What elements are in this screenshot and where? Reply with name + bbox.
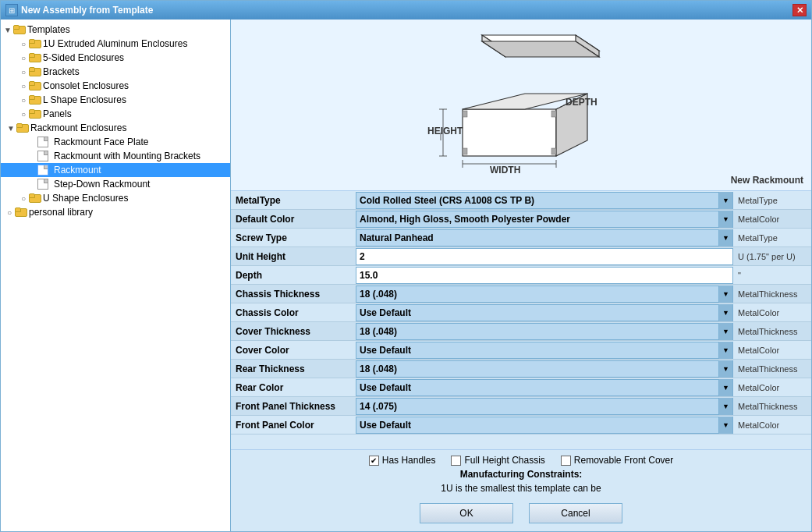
tree-item-panels[interactable]: ○ Panels — [1, 107, 230, 121]
rear-color-dropdown-arrow[interactable]: ▼ — [718, 379, 732, 396]
cancel-button[interactable]: Cancel — [529, 503, 622, 523]
field-control-cover-color: Use Default ▼ — [356, 342, 733, 359]
rear-color-value: Use Default — [356, 381, 718, 395]
field-unit-default-color: MetalColor — [733, 213, 811, 225]
removable-front-cover-checkbox-item[interactable]: Removable Front Cover — [561, 455, 673, 466]
tree-item-personal-library[interactable]: ○ personal library — [1, 205, 230, 219]
field-unit-screw-type: MetalType — [733, 232, 811, 244]
chassis-color-select[interactable]: Use Default ▼ — [356, 304, 733, 321]
cover-color-select[interactable]: Use Default ▼ — [356, 342, 733, 359]
chassis-thickness-dropdown-arrow[interactable]: ▼ — [718, 286, 732, 303]
full-height-chassis-checkbox[interactable] — [451, 456, 461, 466]
tree-item-label: Templates — [27, 24, 70, 35]
field-control-depth — [356, 267, 733, 284]
file-icon — [37, 179, 49, 190]
screw-type-dropdown-arrow[interactable]: ▼ — [718, 229, 732, 246]
cover-thickness-dropdown-arrow[interactable]: ▼ — [718, 323, 732, 340]
tree-item-label: Panels — [43, 108, 72, 119]
title-bar-left: ⊞ New Assembly from Template — [5, 4, 153, 16]
field-label-unit-height: Unit Height — [231, 249, 356, 264]
tree-item-brackets[interactable]: ○ Brackets — [1, 65, 230, 79]
field-unit-front-panel-thickness: MetalThickness — [733, 400, 811, 413]
tree-item-templates-root[interactable]: ▼ Templates — [1, 23, 230, 37]
tree-item-rackmount-mounting-brackets[interactable]: Rackmount with Mounting Brackets — [1, 149, 230, 163]
folder-icon — [29, 108, 41, 119]
depth-input[interactable] — [356, 267, 733, 284]
tree-item-label: Rackmount — [51, 165, 101, 176]
tree-item-consolet[interactable]: ○ Consolet Enclosures — [1, 79, 230, 93]
close-button[interactable]: ✕ — [792, 4, 807, 16]
default-color-dropdown-arrow[interactable]: ▼ — [718, 211, 732, 228]
file-icon — [37, 165, 49, 176]
metal-type-value: Cold Rolled Steel (CRS A1008 CS TP B) — [356, 193, 718, 207]
rear-thickness-value: 18 (.048) — [356, 362, 718, 376]
preview-label: New Rackmount — [731, 175, 803, 186]
front-panel-thickness-select[interactable]: 14 (.075) ▼ — [356, 398, 733, 415]
folder-icon — [29, 80, 41, 91]
field-unit-metal-type: MetalType — [733, 194, 811, 207]
field-label-screw-type: Screw Type — [231, 230, 356, 246]
tree-item-1u-extruded[interactable]: ○ 1U Extruded Aluminum Enclosures — [1, 37, 230, 51]
expand-icon: ▼ — [5, 122, 16, 133]
tree-item-l-shape[interactable]: ○ L Shape Enclosures — [1, 93, 230, 107]
ok-button[interactable]: OK — [420, 503, 513, 523]
cover-color-dropdown-arrow[interactable]: ▼ — [718, 342, 732, 359]
front-panel-color-value: Use Default — [356, 418, 718, 432]
expand-icon: ○ — [4, 207, 15, 218]
front-panel-color-select[interactable]: Use Default ▼ — [356, 417, 733, 434]
tree-item-rackmount[interactable]: Rackmount — [1, 163, 230, 177]
full-height-chassis-checkbox-item[interactable]: Full Height Chassis — [451, 455, 544, 466]
expand-icon: ○ — [18, 38, 29, 49]
folder-icon — [29, 66, 41, 77]
expand-icon: ○ — [18, 80, 29, 91]
chassis-color-dropdown-arrow[interactable]: ▼ — [718, 304, 732, 321]
front-panel-thickness-value: 14 (.075) — [356, 399, 718, 413]
folder-icon — [16, 122, 29, 133]
front-panel-color-dropdown-arrow[interactable]: ▼ — [718, 417, 732, 434]
content-area: ▼ Templates ○ 1U Extruded Aluminum Enclo… — [1, 20, 811, 531]
rear-thickness-select[interactable]: 18 (.048) ▼ — [356, 360, 733, 378]
tree-item-label: Step-Down Rackmount — [51, 179, 150, 190]
template-tree-panel: ▼ Templates ○ 1U Extruded Aluminum Enclo… — [1, 20, 231, 531]
field-control-front-panel-thickness: 14 (.075) ▼ — [356, 398, 733, 415]
rear-color-select[interactable]: Use Default ▼ — [356, 379, 733, 396]
screw-type-select[interactable]: Natural Panhead ▼ — [356, 229, 733, 246]
constraint-text: 1U is the smallest this template can be — [239, 483, 803, 494]
folder-icon — [13, 24, 26, 35]
svg-rect-18 — [463, 111, 467, 117]
field-control-unit-height — [356, 248, 733, 265]
cover-thickness-select[interactable]: 18 (.048) ▼ — [356, 323, 733, 340]
field-unit-chassis-color: MetalColor — [733, 307, 811, 319]
bottom-area: ✔ Has Handles Full Height Chassis Remova… — [231, 449, 811, 531]
unit-height-input[interactable] — [356, 248, 733, 265]
has-handles-checkbox-item[interactable]: ✔ Has Handles — [369, 455, 436, 466]
chassis-thickness-select[interactable]: 18 (.048) ▼ — [356, 286, 733, 303]
cover-thickness-value: 18 (.048) — [356, 325, 718, 339]
form-row-cover-thickness: Cover Thickness 18 (.048) ▼ MetalThickne… — [231, 322, 811, 341]
expand-icon: ○ — [18, 94, 29, 105]
default-color-select[interactable]: Almond, High Gloss, Smooth Polyester Pow… — [356, 211, 733, 228]
enclosure-diagram: HEIGHT WIDTH DEPTH — [412, 31, 630, 179]
window-title: New Assembly from Template — [21, 5, 153, 16]
removable-front-cover-checkbox[interactable] — [561, 456, 571, 466]
has-handles-checkbox[interactable]: ✔ — [369, 456, 379, 466]
metal-type-select[interactable]: Cold Rolled Steel (CRS A1008 CS TP B) ▼ — [356, 192, 733, 209]
front-panel-thickness-dropdown-arrow[interactable]: ▼ — [718, 398, 732, 415]
tree-item-5-sided[interactable]: ○ 5-Sided Enclosures — [1, 51, 230, 65]
folder-icon — [29, 94, 41, 105]
title-bar: ⊞ New Assembly from Template ✕ — [1, 1, 811, 20]
tree-item-u-shape[interactable]: ○ U Shape Enclosures — [1, 191, 230, 205]
has-handles-label: Has Handles — [382, 455, 436, 466]
app-icon: ⊞ — [5, 4, 18, 16]
main-window: ⊞ New Assembly from Template ✕ ▼ Templat… — [0, 0, 812, 532]
metal-type-dropdown-arrow[interactable]: ▼ — [718, 192, 732, 209]
rear-thickness-dropdown-arrow[interactable]: ▼ — [718, 360, 732, 378]
tree-item-label: U Shape Enclosures — [43, 193, 128, 204]
form-row-default-color: Default Color Almond, High Gloss, Smooth… — [231, 210, 811, 229]
field-control-rear-color: Use Default ▼ — [356, 379, 733, 396]
tree-item-rackmount-face-plate[interactable]: Rackmount Face Plate — [1, 135, 230, 149]
form-row-screw-type: Screw Type Natural Panhead ▼ MetalType — [231, 229, 811, 247]
tree-item-step-down[interactable]: Step-Down Rackmount — [1, 177, 230, 191]
field-unit-rear-thickness: MetalThickness — [733, 363, 811, 375]
tree-item-rackmount-enclosures[interactable]: ▼ Rackmount Enclosures — [1, 121, 230, 135]
